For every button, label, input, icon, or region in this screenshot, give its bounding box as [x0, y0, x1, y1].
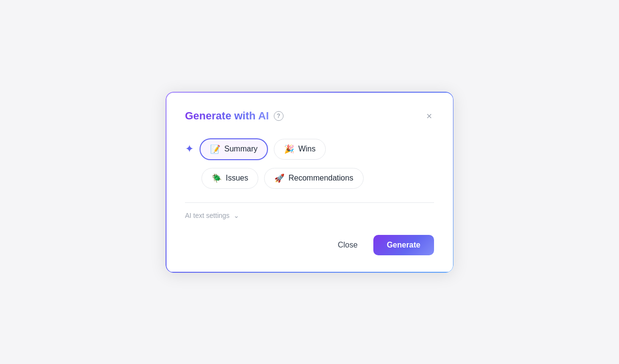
- wins-label: Wins: [298, 145, 316, 153]
- modal-overlay: Generate with AI ? × ✦ 📝 Summary 🎉 Wins: [0, 0, 619, 364]
- settings-row[interactable]: AI text settings ⌄: [185, 212, 434, 219]
- option-recommendations[interactable]: 🚀 Recommendations: [264, 168, 363, 189]
- option-summary[interactable]: 📝 Summary: [200, 138, 268, 160]
- footer-actions: Close Generate: [185, 235, 434, 255]
- help-icon[interactable]: ?: [274, 111, 284, 121]
- summary-label: Summary: [224, 145, 257, 153]
- settings-label: AI text settings: [185, 212, 230, 219]
- options-row-1: ✦ 📝 Summary 🎉 Wins: [185, 138, 434, 160]
- issues-emoji: 🪲: [212, 173, 222, 183]
- modal-dialog: Generate with AI ? × ✦ 📝 Summary 🎉 Wins: [165, 91, 454, 273]
- chevron-down-icon: ⌄: [234, 212, 239, 219]
- recommendations-emoji: 🚀: [274, 173, 284, 183]
- modal-header: Generate with AI ? ×: [185, 109, 434, 123]
- modal-title: Generate with AI: [185, 110, 269, 122]
- issues-label: Issues: [226, 174, 248, 182]
- options-row-2: 🪲 Issues 🚀 Recommendations: [185, 168, 434, 189]
- close-text-button[interactable]: Close: [328, 236, 368, 254]
- summary-emoji: 📝: [210, 144, 220, 154]
- recommendations-label: Recommendations: [288, 174, 353, 182]
- option-issues[interactable]: 🪲 Issues: [201, 168, 258, 189]
- title-group: Generate with AI ?: [185, 110, 284, 122]
- sparkle-icon: ✦: [185, 143, 194, 155]
- wins-emoji: 🎉: [284, 144, 294, 154]
- close-button[interactable]: ×: [424, 109, 434, 123]
- option-wins[interactable]: 🎉 Wins: [274, 139, 326, 160]
- generate-button[interactable]: Generate: [373, 235, 434, 255]
- options-section: ✦ 📝 Summary 🎉 Wins 🪲 Issues 🚀 Recommend: [185, 138, 434, 189]
- divider: [185, 202, 434, 203]
